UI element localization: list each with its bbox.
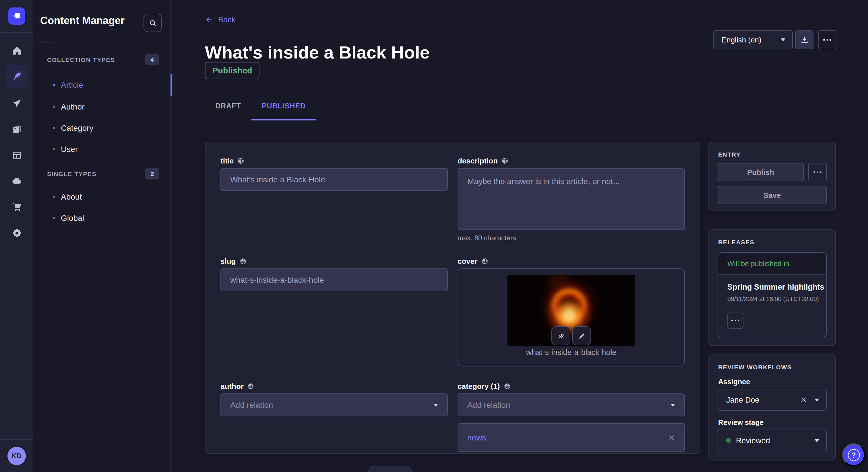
user-avatar[interactable]: KD — [7, 447, 26, 465]
chevron-down-icon — [671, 403, 675, 406]
title-input[interactable] — [220, 168, 448, 191]
description-textarea[interactable]: Maybe the answer is in this article, or … — [458, 168, 685, 230]
close-icon — [668, 434, 675, 441]
releases-panel-heading: RELEASES — [718, 239, 754, 245]
sidebar-item-label: User — [61, 144, 78, 154]
relation-news-link[interactable]: news — [467, 433, 486, 442]
nav-marketplace-button[interactable] — [5, 195, 28, 218]
releases-panel: RELEASES Will be published in Spring Sum… — [708, 229, 836, 346]
cart-icon — [11, 201, 22, 212]
header-more-button[interactable] — [818, 30, 836, 49]
back-link[interactable]: Back — [205, 15, 236, 24]
help-button[interactable]: ? — [842, 443, 865, 466]
sidebar-item-label: About — [61, 192, 82, 201]
nav-settings-button[interactable] — [5, 222, 28, 244]
publish-button[interactable]: Publish — [718, 163, 804, 181]
collection-types-count-badge: 4 — [145, 54, 159, 65]
category-relation-item: news — [458, 423, 685, 452]
bullet-dot — [53, 196, 55, 198]
save-button[interactable]: Save — [718, 186, 827, 204]
assignee-select[interactable]: Jane Doe — [718, 389, 827, 411]
ellipsis-icon — [813, 171, 821, 173]
sidebar-item-label: Author — [61, 102, 85, 111]
sidebar-item-author[interactable]: Author — [33, 96, 171, 117]
subnav-divider — [40, 42, 52, 42]
ellipsis-icon — [732, 320, 739, 322]
back-label: Back — [218, 15, 236, 24]
locale-select[interactable]: English (en) — [713, 30, 793, 49]
release-status: Will be published in — [718, 253, 826, 275]
sidebar-item-user[interactable]: User — [33, 138, 171, 160]
category-relation-select[interactable]: Add relation — [458, 394, 685, 416]
release-name: Spring Summer highlights — [727, 283, 825, 291]
nav-media-library-button[interactable] — [5, 117, 28, 140]
copy-link-button[interactable] — [551, 326, 570, 345]
locale-globe-icon — [501, 157, 508, 165]
pictures-icon — [11, 124, 22, 134]
sidebar-item-category[interactable]: Category — [33, 117, 171, 139]
locale-globe-icon — [239, 258, 247, 265]
bullet-dot — [53, 217, 55, 219]
relation-placeholder: Add relation — [467, 400, 510, 409]
chevron-down-icon — [781, 38, 785, 41]
label-text: cover — [458, 257, 477, 266]
author-relation-select[interactable]: Add relation — [220, 394, 448, 416]
stage-value: Reviewed — [736, 436, 770, 445]
gear-icon — [11, 227, 22, 238]
paper-plane-icon — [11, 98, 22, 109]
sidebar-item-about[interactable]: About — [33, 186, 171, 208]
nav-home-button[interactable] — [5, 39, 28, 62]
category-field-label: category (1) — [458, 382, 510, 391]
below-fold-element — [368, 466, 412, 472]
main-nav: KD — [0, 0, 33, 472]
nav-divider-bottom — [0, 439, 33, 440]
link-icon — [557, 332, 565, 340]
chevron-down-icon — [815, 398, 819, 401]
slug-field-label: slug — [220, 257, 247, 266]
cover-media-box: what-s-inside-a-black-hole — [458, 268, 685, 367]
arrow-left-icon — [205, 15, 214, 24]
home-icon — [11, 45, 22, 56]
author-field-label: author — [220, 382, 255, 391]
export-download-button[interactable] — [795, 30, 813, 49]
clear-assignee-button[interactable] — [800, 396, 807, 403]
nav-deploy-cloud-button[interactable] — [5, 169, 28, 192]
strapi-logo[interactable] — [8, 7, 25, 25]
sidebar-item-global[interactable]: Global — [33, 207, 171, 229]
cover-caption: what-s-inside-a-black-hole — [458, 348, 684, 357]
subnav-title: Content Manager — [40, 15, 125, 27]
content-area: Back What's inside a Black Hole Publishe… — [171, 0, 868, 472]
sidebar-item-article[interactable]: Article — [33, 74, 171, 96]
label-text: title — [220, 157, 234, 165]
cover-image-actions — [551, 326, 591, 345]
stage-status-dot — [726, 438, 731, 443]
locale-value: English (en) — [722, 36, 762, 44]
bullet-dot — [53, 105, 55, 108]
section-collection-types: COLLECTION TYPES — [47, 56, 115, 63]
pencil-icon — [578, 332, 586, 340]
release-more-button[interactable] — [727, 312, 743, 329]
slug-input[interactable] — [220, 268, 448, 291]
review-stage-label: Review stage — [718, 419, 764, 427]
release-date: 09/11/2024 at 16:00 (UTC+02:00) — [727, 295, 819, 302]
bullet-dot — [53, 127, 55, 129]
single-types-count-badge: 2 — [145, 168, 159, 179]
edit-image-button[interactable] — [572, 326, 591, 345]
label-text: description — [458, 157, 498, 165]
search-button[interactable] — [144, 14, 162, 32]
relation-placeholder: Add relation — [230, 400, 273, 409]
nav-releases-button[interactable] — [5, 92, 28, 115]
download-icon — [800, 36, 809, 44]
label-text: author — [220, 382, 244, 391]
tab-draft[interactable]: DRAFT — [205, 95, 251, 121]
review-stage-select[interactable]: Reviewed — [718, 430, 827, 451]
title-field-label: title — [220, 157, 245, 165]
tab-published[interactable]: PUBLISHED — [251, 95, 316, 121]
remove-relation-button[interactable] — [668, 434, 675, 441]
entry-more-button[interactable] — [808, 163, 827, 181]
layout-icon — [11, 149, 22, 160]
nav-content-manager-button[interactable] — [5, 65, 28, 88]
status-badge: Published — [205, 62, 260, 79]
label-text: slug — [220, 257, 236, 266]
nav-content-type-builder-button[interactable] — [5, 143, 28, 166]
